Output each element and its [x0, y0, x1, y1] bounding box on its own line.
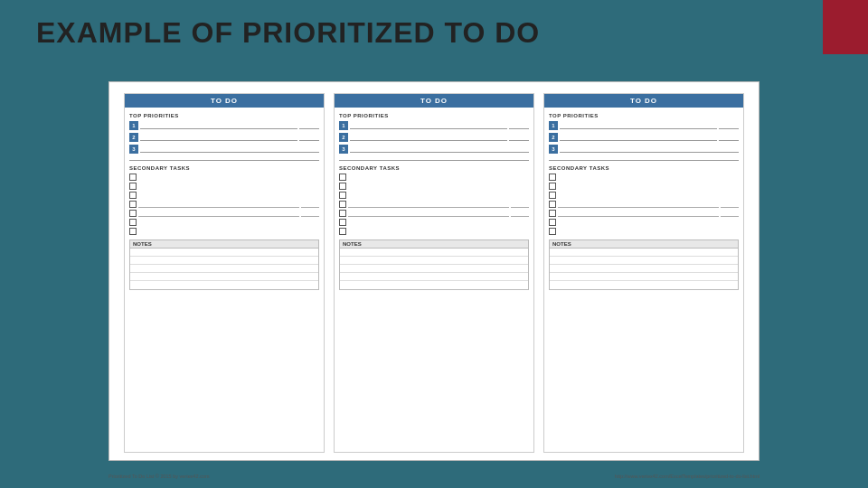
sec-row-3-3: [549, 192, 739, 199]
sec-line-3-4: [558, 202, 719, 208]
col-header-1: TO DO: [125, 94, 324, 108]
checkbox-1-3[interactable]: [129, 192, 137, 199]
checkbox-1-2[interactable]: [129, 183, 137, 190]
priority-line-short-3-1: [719, 122, 739, 129]
checkbox-1-5[interactable]: [129, 210, 137, 217]
top-priorities-label-2: TOP PRIORITIES: [339, 113, 529, 118]
sec-line-2-4: [348, 202, 509, 208]
notes-section-3: NOTES: [549, 239, 739, 290]
checkbox-2-3[interactable]: [339, 192, 346, 199]
notes-line-2-3: [340, 265, 528, 273]
notes-label-1: NOTES: [129, 239, 319, 249]
sec-row-3-2: [549, 183, 739, 190]
checkbox-2-6[interactable]: [339, 219, 346, 226]
notes-line-1-3: [130, 265, 318, 273]
col-body-2: TOP PRIORITIES 1 2 3 SECONDARY TASKS: [335, 108, 533, 452]
sec-row-3-7: [549, 228, 739, 235]
priority-row-1-3: 3: [129, 145, 319, 154]
checkbox-2-4[interactable]: [339, 201, 346, 208]
notes-label-3: NOTES: [549, 239, 739, 249]
checkbox-3-1[interactable]: [549, 174, 556, 181]
sec-line-short-3-5: [721, 211, 739, 217]
notes-line-2-2: [340, 257, 528, 265]
checkbox-3-6[interactable]: [549, 219, 556, 226]
notes-line-1-1: [130, 249, 318, 257]
notes-line-3-2: [550, 257, 738, 265]
priority-row-3-1: 1: [549, 121, 739, 130]
col-header-3: TO DO: [544, 94, 743, 108]
page-title: EXAMPLE OF PRIORITIZED TO DO: [36, 16, 540, 50]
notes-lines-2: [339, 249, 529, 290]
priority-row-1-1: 1: [129, 121, 319, 130]
sec-row-1-3: [129, 192, 319, 199]
notes-lines-3: [549, 249, 739, 290]
sec-row-1-2: [129, 183, 319, 190]
checkbox-2-1[interactable]: [339, 174, 346, 181]
priority-line-short-2-1: [509, 122, 529, 129]
checkbox-1-4[interactable]: [129, 201, 137, 208]
priority-line-2: [140, 134, 297, 141]
sec-row-1-1: [129, 174, 319, 181]
priority-num-3: 3: [129, 145, 138, 154]
todo-column-2: TO DO TOP PRIORITIES 1 2 3: [334, 93, 534, 453]
priority-num-2-2: 2: [339, 133, 348, 142]
secondary-tasks-label-1: SECONDARY TASKS: [129, 165, 319, 171]
priority-num-3-2: 2: [549, 133, 558, 142]
priority-line-short-1: [299, 122, 319, 129]
sec-line-short-3-4: [721, 202, 739, 208]
priority-num-2-3: 3: [339, 145, 348, 154]
notes-line-3-3: [550, 265, 738, 273]
notes-line-3-5: [550, 281, 738, 289]
priority-line-short-2-2: [509, 134, 529, 141]
todo-column-3: TO DO TOP PRIORITIES 1 2 3: [543, 93, 744, 453]
priority-line-3-3: [560, 145, 739, 153]
sec-line-short-2-4: [511, 202, 529, 208]
priority-num-2: 2: [129, 133, 138, 142]
sec-row-3-4: [549, 201, 739, 208]
checkbox-3-5[interactable]: [549, 210, 556, 217]
notes-label-2: NOTES: [339, 239, 529, 249]
priority-line-3-2: [560, 134, 717, 141]
notes-section-2: NOTES: [339, 239, 529, 290]
priority-line-short-2: [299, 134, 319, 141]
checkbox-3-4[interactable]: [549, 201, 556, 208]
priority-line-3-1: [560, 122, 717, 129]
sec-line-short-1-4: [301, 202, 319, 208]
sec-row-2-5: [339, 210, 529, 217]
todo-column-1: TO DO TOP PRIORITIES 1 2 3: [124, 93, 325, 453]
priority-num-1: 1: [129, 121, 138, 130]
sec-row-3-6: [549, 219, 739, 226]
sec-line-short-1-5: [301, 211, 319, 217]
priority-line-3: [140, 145, 319, 153]
checkbox-2-2[interactable]: [339, 183, 346, 190]
col-header-2: TO DO: [335, 94, 533, 108]
top-priorities-label-1: TOP PRIORITIES: [129, 113, 319, 118]
checkbox-3-3[interactable]: [549, 192, 556, 199]
notes-line-2-1: [340, 249, 528, 257]
checkbox-2-7[interactable]: [339, 228, 346, 235]
document-container: TO DO TOP PRIORITIES 1 2 3: [108, 81, 760, 461]
checkbox-3-7[interactable]: [549, 228, 556, 235]
sec-line-short-2-5: [511, 211, 529, 217]
sec-row-2-2: [339, 183, 529, 190]
checkbox-3-2[interactable]: [549, 183, 556, 190]
sec-row-1-7: [129, 228, 319, 235]
priority-line-1: [140, 122, 297, 129]
checkbox-2-5[interactable]: [339, 210, 346, 217]
sec-row-1-5: [129, 210, 319, 217]
priority-row-2-1: 1: [339, 121, 529, 130]
notes-line-2-4: [340, 273, 528, 281]
checkbox-1-1[interactable]: [129, 174, 137, 181]
checkbox-1-7[interactable]: [129, 228, 137, 235]
footer-right: http://www.vertex42.com/ExcelTemplates/p…: [615, 474, 760, 479]
notes-line-1-2: [130, 257, 318, 265]
footer-left: Prioritized To Do List © 2015 by vertex4…: [108, 474, 210, 479]
priority-num-2-1: 1: [339, 121, 348, 130]
priority-line-short-3-2: [719, 134, 739, 141]
footer: Prioritized To Do List © 2015 by vertex4…: [108, 474, 760, 479]
priority-row-2-2: 2: [339, 133, 529, 142]
secondary-tasks-label-2: SECONDARY TASKS: [339, 165, 529, 171]
checkbox-1-6[interactable]: [129, 219, 137, 226]
notes-lines-1: [129, 249, 319, 290]
notes-line-3-1: [550, 249, 738, 257]
